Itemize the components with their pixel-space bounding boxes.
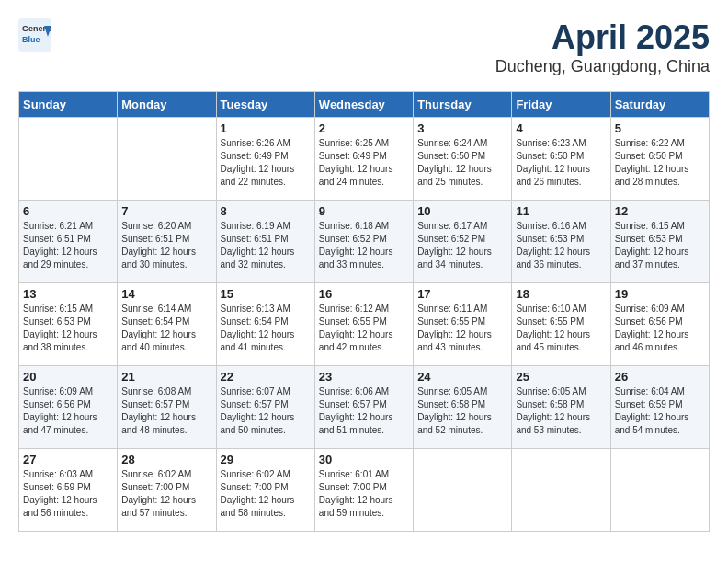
calendar-cell: 22Sunrise: 6:07 AMSunset: 6:57 PMDayligh… [216, 366, 314, 449]
calendar-cell: 14Sunrise: 6:14 AMSunset: 6:54 PMDayligh… [118, 283, 216, 366]
day-number: 19 [615, 287, 705, 301]
day-info: Sunrise: 6:10 AMSunset: 6:55 PMDaylight:… [516, 303, 606, 354]
day-info: Sunrise: 6:20 AMSunset: 6:51 PMDaylight:… [121, 220, 211, 271]
day-number: 7 [121, 204, 211, 218]
col-header-tuesday: Tuesday [216, 92, 314, 118]
day-info: Sunrise: 6:22 AMSunset: 6:50 PMDaylight:… [615, 137, 705, 189]
day-number: 16 [319, 287, 409, 301]
calendar-cell: 23Sunrise: 6:06 AMSunset: 6:57 PMDayligh… [314, 366, 413, 449]
day-number: 12 [615, 204, 705, 218]
day-number: 5 [615, 121, 705, 135]
week-row-2: 6Sunrise: 6:21 AMSunset: 6:51 PMDaylight… [19, 201, 710, 283]
col-header-friday: Friday [512, 92, 610, 118]
calendar-cell: 19Sunrise: 6:09 AMSunset: 6:56 PMDayligh… [610, 283, 709, 366]
col-header-monday: Monday [118, 92, 216, 118]
day-number: 14 [121, 287, 211, 301]
day-info: Sunrise: 6:02 AMSunset: 7:00 PMDaylight:… [221, 468, 311, 520]
day-info: Sunrise: 6:13 AMSunset: 6:54 PMDaylight:… [221, 303, 311, 354]
day-number: 29 [221, 453, 311, 466]
day-info: Sunrise: 6:18 AMSunset: 6:52 PMDaylight:… [319, 220, 409, 271]
day-info: Sunrise: 6:19 AMSunset: 6:51 PMDaylight:… [221, 220, 311, 271]
calendar-cell: 25Sunrise: 6:05 AMSunset: 6:58 PMDayligh… [512, 366, 610, 449]
logo: General Blue [18, 18, 51, 55]
calendar-cell: 9Sunrise: 6:18 AMSunset: 6:52 PMDaylight… [314, 201, 413, 283]
day-info: Sunrise: 6:05 AMSunset: 6:58 PMDaylight:… [417, 385, 507, 437]
title-area: April 2025 Ducheng, Guangdong, China [495, 18, 710, 76]
day-info: Sunrise: 6:05 AMSunset: 6:58 PMDaylight:… [516, 385, 606, 437]
day-info: Sunrise: 6:06 AMSunset: 6:57 PMDaylight:… [319, 385, 409, 437]
day-number: 2 [319, 121, 409, 135]
day-info: Sunrise: 6:02 AMSunset: 7:00 PMDaylight:… [121, 468, 211, 520]
day-info: Sunrise: 6:15 AMSunset: 6:53 PMDaylight:… [615, 220, 705, 271]
calendar-cell: 6Sunrise: 6:21 AMSunset: 6:51 PMDaylight… [19, 201, 118, 283]
month-title: April 2025 [495, 18, 710, 57]
calendar-cell: 3Sunrise: 6:24 AMSunset: 6:50 PMDaylight… [414, 118, 512, 201]
calendar-cell: 8Sunrise: 6:19 AMSunset: 6:51 PMDaylight… [216, 201, 314, 283]
week-row-4: 20Sunrise: 6:09 AMSunset: 6:56 PMDayligh… [19, 366, 710, 449]
day-info: Sunrise: 6:15 AMSunset: 6:53 PMDaylight:… [23, 303, 113, 354]
calendar-cell: 15Sunrise: 6:13 AMSunset: 6:54 PMDayligh… [216, 283, 314, 366]
day-number: 21 [121, 370, 211, 384]
calendar-cell [512, 449, 610, 532]
day-info: Sunrise: 6:03 AMSunset: 6:59 PMDaylight:… [23, 468, 113, 520]
calendar-cell: 20Sunrise: 6:09 AMSunset: 6:56 PMDayligh… [19, 366, 118, 449]
day-number: 28 [121, 453, 211, 466]
calendar-cell: 7Sunrise: 6:20 AMSunset: 6:51 PMDaylight… [118, 201, 216, 283]
calendar-cell: 4Sunrise: 6:23 AMSunset: 6:50 PMDaylight… [512, 118, 610, 201]
location-title: Ducheng, Guangdong, China [495, 57, 710, 76]
svg-text:Blue: Blue [22, 35, 40, 44]
day-info: Sunrise: 6:26 AMSunset: 6:49 PMDaylight:… [221, 137, 311, 189]
day-info: Sunrise: 6:16 AMSunset: 6:53 PMDaylight:… [516, 220, 606, 271]
day-number: 3 [417, 121, 507, 135]
calendar-cell [414, 449, 512, 532]
day-info: Sunrise: 6:04 AMSunset: 6:59 PMDaylight:… [615, 385, 705, 437]
day-info: Sunrise: 6:09 AMSunset: 6:56 PMDaylight:… [615, 303, 705, 354]
calendar-cell: 27Sunrise: 6:03 AMSunset: 6:59 PMDayligh… [19, 449, 118, 532]
col-header-wednesday: Wednesday [314, 92, 413, 118]
day-number: 27 [23, 453, 113, 466]
calendar-cell: 24Sunrise: 6:05 AMSunset: 6:58 PMDayligh… [414, 366, 512, 449]
calendar-table: SundayMondayTuesdayWednesdayThursdayFrid… [18, 91, 710, 532]
calendar-cell: 5Sunrise: 6:22 AMSunset: 6:50 PMDaylight… [610, 118, 709, 201]
day-info: Sunrise: 6:09 AMSunset: 6:56 PMDaylight:… [23, 385, 113, 437]
col-header-thursday: Thursday [414, 92, 512, 118]
day-info: Sunrise: 6:17 AMSunset: 6:52 PMDaylight:… [417, 220, 507, 271]
week-row-3: 13Sunrise: 6:15 AMSunset: 6:53 PMDayligh… [19, 283, 710, 366]
calendar-cell: 29Sunrise: 6:02 AMSunset: 7:00 PMDayligh… [216, 449, 314, 532]
calendar-cell: 21Sunrise: 6:08 AMSunset: 6:57 PMDayligh… [118, 366, 216, 449]
day-info: Sunrise: 6:07 AMSunset: 6:57 PMDaylight:… [221, 385, 311, 437]
day-info: Sunrise: 6:24 AMSunset: 6:50 PMDaylight:… [417, 137, 507, 189]
calendar-cell: 18Sunrise: 6:10 AMSunset: 6:55 PMDayligh… [512, 283, 610, 366]
day-number: 11 [516, 204, 606, 218]
days-header-row: SundayMondayTuesdayWednesdayThursdayFrid… [19, 92, 710, 118]
logo-icon: General Blue [18, 18, 51, 55]
day-info: Sunrise: 6:11 AMSunset: 6:55 PMDaylight:… [417, 303, 507, 354]
day-info: Sunrise: 6:23 AMSunset: 6:50 PMDaylight:… [516, 137, 606, 189]
day-number: 22 [221, 370, 311, 384]
calendar-cell [610, 449, 709, 532]
day-info: Sunrise: 6:21 AMSunset: 6:51 PMDaylight:… [23, 220, 113, 271]
calendar-cell: 2Sunrise: 6:25 AMSunset: 6:49 PMDaylight… [314, 118, 413, 201]
day-info: Sunrise: 6:01 AMSunset: 7:00 PMDaylight:… [319, 468, 409, 520]
col-header-sunday: Sunday [19, 92, 118, 118]
day-number: 8 [221, 204, 311, 218]
calendar-cell [19, 118, 118, 201]
calendar-cell: 12Sunrise: 6:15 AMSunset: 6:53 PMDayligh… [610, 201, 709, 283]
day-info: Sunrise: 6:25 AMSunset: 6:49 PMDaylight:… [319, 137, 409, 189]
day-number: 10 [417, 204, 507, 218]
day-number: 24 [417, 370, 507, 384]
day-number: 20 [23, 370, 113, 384]
day-number: 18 [516, 287, 606, 301]
calendar-cell: 30Sunrise: 6:01 AMSunset: 7:00 PMDayligh… [314, 449, 413, 532]
calendar-cell: 16Sunrise: 6:12 AMSunset: 6:55 PMDayligh… [314, 283, 413, 366]
day-number: 1 [221, 121, 311, 135]
calendar-cell: 11Sunrise: 6:16 AMSunset: 6:53 PMDayligh… [512, 201, 610, 283]
day-number: 4 [516, 121, 606, 135]
calendar-cell: 26Sunrise: 6:04 AMSunset: 6:59 PMDayligh… [610, 366, 709, 449]
calendar-cell [118, 118, 216, 201]
day-number: 17 [417, 287, 507, 301]
calendar-cell: 17Sunrise: 6:11 AMSunset: 6:55 PMDayligh… [414, 283, 512, 366]
day-number: 26 [615, 370, 705, 384]
calendar-cell: 1Sunrise: 6:26 AMSunset: 6:49 PMDaylight… [216, 118, 314, 201]
calendar-cell: 13Sunrise: 6:15 AMSunset: 6:53 PMDayligh… [19, 283, 118, 366]
